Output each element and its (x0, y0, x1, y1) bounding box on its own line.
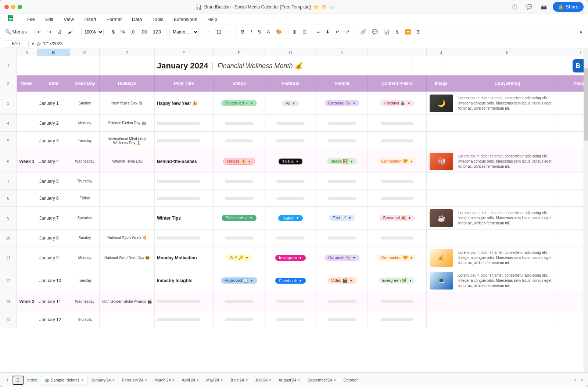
cell-date-7[interactable]: January 5 (37, 173, 70, 189)
cell-holiday-12[interactable] (100, 269, 155, 292)
chart-button[interactable]: 📊 (381, 28, 392, 36)
cell-week-4[interactable] (17, 115, 37, 131)
cell-format-12[interactable]: Video 🎬 ▼ (316, 269, 368, 292)
tab-october[interactable]: October' (341, 376, 362, 384)
cell-post-11[interactable]: Monday Motivation (155, 246, 214, 269)
header-platform[interactable]: Platform (265, 75, 316, 92)
cell-holiday-11[interactable]: National Word Nerd Day 🤓 (100, 246, 155, 269)
col-header-c[interactable]: C (70, 49, 100, 56)
cell-status-6[interactable]: Revise ⚠️ ▼ (214, 150, 265, 173)
cell-holiday-9[interactable] (100, 207, 155, 229)
platform-badge-9[interactable]: Twitter ▼ (278, 215, 302, 221)
col-header-f[interactable]: F (214, 49, 265, 56)
cell-pillar-4[interactable] (368, 115, 427, 131)
cell-format-11[interactable]: Carousel 🎠 ▼ (316, 246, 368, 269)
pillar-badge-12[interactable]: Evergreen 🌿 ▼ (379, 277, 416, 284)
cell-status-13[interactable] (214, 292, 265, 311)
cell-holiday-13[interactable]: 80th Golden Globe Awards 🎬 (100, 292, 155, 311)
cell-day-10[interactable]: Sunday (70, 230, 100, 246)
cell-1a[interactable] (17, 56, 37, 75)
cell-date-5[interactable]: January 3 (37, 132, 70, 150)
col-header-j[interactable]: J (427, 49, 456, 56)
bold-button[interactable]: B (239, 28, 247, 36)
cell-post-10[interactable] (155, 230, 214, 246)
cell-image-12[interactable]: 💻 (427, 269, 456, 292)
cell-post-6[interactable]: Behind-the-Scenes (155, 150, 214, 173)
cell-format-7[interactable] (316, 173, 368, 189)
tab-april[interactable]: April'24 ▼ (179, 376, 202, 384)
header-weekday[interactable]: Week Day (70, 75, 100, 92)
cell-status-12[interactable]: Approved 📋 ▼ (214, 269, 265, 292)
tab-september[interactable]: September'24 ▼ (304, 376, 340, 384)
cell-1c[interactable] (70, 56, 100, 75)
cell-pillar-10[interactable] (368, 230, 427, 246)
cell-pillar-5[interactable] (368, 132, 427, 150)
borders-button[interactable]: ⊞ (290, 28, 299, 36)
cell-day-7[interactable]: Thursday (70, 173, 100, 189)
cell-1b[interactable] (37, 56, 70, 75)
cell-day-11[interactable]: Monday (70, 246, 100, 269)
col-header-g[interactable]: G (265, 49, 316, 56)
cell-status-3[interactable]: Scheduled ✓ ▼ (214, 92, 265, 114)
cell-1l[interactable]: B (544, 56, 588, 75)
tab-february[interactable]: February'24 ▼ (119, 376, 151, 384)
cell-week-12[interactable] (17, 269, 37, 292)
menu-format[interactable]: Format (104, 16, 124, 23)
menu-data[interactable]: Data (130, 16, 144, 23)
menu-tools[interactable]: Tools (150, 16, 165, 23)
cell-date-8[interactable]: January 6 (37, 190, 70, 206)
cell-week-6[interactable]: Week 1 (17, 150, 37, 173)
cell-week-7[interactable] (17, 173, 37, 189)
cell-format-3[interactable]: Carousel 🎠 ▼ (316, 92, 368, 114)
video-button[interactable]: 📷 (538, 3, 550, 11)
cell-post-8[interactable] (155, 190, 214, 206)
cell-copy-10[interactable] (456, 230, 559, 246)
cell-copy-9[interactable]: Lorem ipsum dolor sit amet, consectetur … (456, 207, 559, 229)
header-image[interactable]: Image (427, 75, 456, 92)
cell-platform-8[interactable] (265, 190, 316, 206)
cell-copy-3[interactable]: Lorem ipsum dolor sit amet, consectetur … (456, 92, 559, 114)
format-number-button[interactable]: 123 (151, 28, 163, 36)
cell-post-5[interactable] (155, 132, 214, 150)
font-select[interactable]: Manro... (169, 28, 199, 36)
cell-image-4[interactable] (427, 115, 456, 131)
col-header-i[interactable]: I (368, 49, 427, 56)
comments-button[interactable]: 💬 (523, 3, 535, 11)
tab-prev-button[interactable]: ‹ (572, 376, 578, 384)
font-size-input[interactable] (214, 29, 224, 35)
zoom-select[interactable]: 100% (81, 28, 104, 36)
cell-week-13[interactable]: Week 2 (17, 292, 37, 311)
percent-button[interactable]: % (118, 28, 127, 36)
tab-next-button[interactable]: › (579, 376, 585, 384)
cell-status-5[interactable] (214, 132, 265, 150)
cell-day-12[interactable]: Tuesday (70, 269, 100, 292)
col-header-b[interactable]: B (37, 49, 70, 56)
cell-post-13[interactable] (155, 292, 214, 311)
cell-holiday-14[interactable] (100, 311, 155, 328)
cell-post-14[interactable] (155, 311, 214, 328)
paint-format-button[interactable]: 🖌 (66, 28, 75, 36)
status-badge-9[interactable]: Published ✓ ▼ (222, 215, 256, 221)
status-badge-11[interactable]: WIP 🔑 ▼ (226, 255, 252, 261)
tab-july[interactable]: July'24 ▼ (252, 376, 275, 384)
cell-pillar-6[interactable]: Connection 🧡 ▼ (368, 150, 427, 173)
menu-insert[interactable]: Insert (82, 16, 98, 23)
cell-platform-14[interactable] (265, 311, 316, 328)
cell-platform-3[interactable]: All ▼ (265, 92, 316, 114)
cell-copy-13[interactable] (456, 292, 559, 311)
cell-status-10[interactable] (214, 230, 265, 246)
cell-day-5[interactable]: Tuesday (70, 132, 100, 150)
menu-edit[interactable]: Edit (43, 16, 55, 23)
filter-button[interactable]: ⊻ (393, 28, 401, 36)
minimize-button[interactable] (11, 5, 15, 9)
cell-image-10[interactable] (427, 230, 456, 246)
cell-day-14[interactable]: Thursday (70, 311, 100, 328)
halign-button[interactable]: ≡ (315, 28, 322, 36)
cell-pillar-3[interactable]: Holidays 🎄 ▼ (368, 92, 427, 114)
valign-button[interactable]: ⬍ (323, 28, 332, 36)
italic-button[interactable]: I (248, 28, 254, 36)
cell-holiday-4[interactable]: Science Fiction Day 🤖 (100, 115, 155, 131)
cell-platform-5[interactable] (265, 132, 316, 150)
cell-platform-6[interactable]: TikTok ▼ (265, 150, 316, 173)
cell-image-8[interactable] (427, 190, 456, 206)
